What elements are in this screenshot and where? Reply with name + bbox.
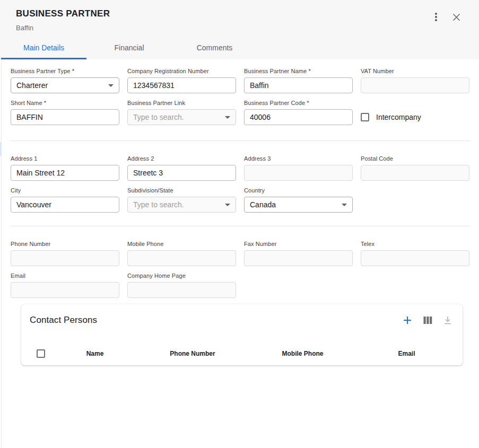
postal-code-input[interactable] bbox=[361, 165, 469, 181]
vat-number-input[interactable] bbox=[361, 77, 469, 93]
field-label: VAT Number bbox=[361, 68, 469, 75]
column-header-mobile-phone: Mobile Phone bbox=[246, 350, 359, 357]
field-business-partner-code: Business Partner Code * bbox=[244, 100, 353, 125]
add-contact-icon[interactable] bbox=[402, 315, 413, 326]
business-partner-link-select[interactable]: Type to search. bbox=[127, 109, 236, 125]
field-telex: Telex bbox=[361, 241, 469, 266]
section-divider bbox=[11, 226, 471, 226]
placeholder-text: Type to search. bbox=[133, 200, 184, 209]
contact-persons-table-header: Name Phone Number Mobile Phone Email bbox=[21, 349, 463, 358]
main-details-panel: Business Partner Type * Charterer Compan… bbox=[0, 59, 479, 365]
field-label: Address 3 bbox=[244, 155, 353, 162]
chevron-down-icon bbox=[108, 84, 114, 87]
field-label: Address 2 bbox=[127, 155, 236, 162]
tab-bar: Main Details Financial Comments bbox=[1, 37, 257, 59]
field-label: Business Partner Type * bbox=[11, 68, 119, 75]
chevron-down-icon bbox=[225, 116, 230, 119]
business-partner-name-input[interactable] bbox=[244, 77, 353, 93]
city-input[interactable] bbox=[11, 197, 119, 213]
subdivision-state-select[interactable]: Type to search. bbox=[127, 197, 236, 213]
company-home-page-input[interactable] bbox=[127, 282, 236, 298]
company-registration-number-input[interactable] bbox=[127, 77, 236, 93]
field-label: City bbox=[11, 187, 119, 194]
field-label: Business Partner Name * bbox=[244, 68, 353, 75]
field-label: Postal Code bbox=[361, 155, 469, 162]
field-label: Short Name * bbox=[11, 100, 119, 107]
placeholder-text: Type to search. bbox=[133, 113, 184, 121]
column-header-email: Email bbox=[359, 350, 454, 357]
business-partner-type-select[interactable]: Charterer bbox=[11, 77, 119, 93]
email-input[interactable] bbox=[11, 282, 119, 298]
field-country: Country Canada bbox=[244, 187, 353, 213]
dialog-title: BUSINESS PARTNER bbox=[16, 8, 110, 19]
field-address-1: Address 1 bbox=[11, 155, 119, 181]
field-fax-number: Fax Number bbox=[244, 241, 353, 266]
field-label: Company Registration Number bbox=[127, 68, 236, 75]
field-address-2: Address 2 bbox=[127, 155, 236, 181]
field-short-name: Short Name * bbox=[11, 100, 119, 125]
field-label: Email bbox=[11, 273, 119, 279]
field-subdivision-state: Subdivision/State Type to search. bbox=[127, 187, 236, 213]
column-header-phone-number: Phone Number bbox=[139, 350, 246, 357]
field-city: City bbox=[11, 187, 119, 213]
telex-input[interactable] bbox=[361, 250, 469, 266]
tab-financial[interactable]: Financial bbox=[86, 37, 172, 59]
field-business-partner-link: Business Partner Link Type to search. bbox=[127, 100, 236, 125]
field-email: Email bbox=[11, 273, 119, 298]
address-1-input[interactable] bbox=[11, 165, 119, 181]
short-name-input[interactable] bbox=[11, 109, 119, 125]
intercompany-label: Intercompany bbox=[376, 113, 421, 121]
download-icon[interactable] bbox=[442, 315, 453, 326]
field-label: Phone Number bbox=[11, 241, 119, 248]
address-3-input[interactable] bbox=[244, 165, 353, 181]
field-label: Business Partner Link bbox=[127, 100, 236, 107]
intercompany-checkbox[interactable] bbox=[361, 113, 369, 121]
selected-value: Canada bbox=[250, 200, 276, 209]
kebab-menu-icon[interactable] bbox=[431, 11, 441, 23]
tab-main-details[interactable]: Main Details bbox=[1, 37, 86, 59]
close-icon[interactable] bbox=[450, 11, 462, 23]
chevron-down-icon bbox=[225, 204, 230, 206]
field-company-registration-number: Company Registration Number bbox=[127, 68, 236, 93]
dialog-header: BUSINESS PARTNER Baffin Main Details Fin… bbox=[0, 0, 479, 59]
field-intercompany: Intercompany bbox=[361, 100, 469, 125]
field-label: Fax Number bbox=[244, 241, 353, 248]
tab-comments[interactable]: Comments bbox=[172, 37, 257, 59]
field-mobile-phone: Mobile Phone bbox=[127, 241, 236, 266]
mobile-phone-input[interactable] bbox=[127, 250, 236, 266]
country-select[interactable]: Canada bbox=[244, 197, 353, 213]
field-address-3: Address 3 bbox=[244, 155, 353, 181]
dialog-subtitle: Baffin bbox=[16, 24, 33, 32]
columns-icon[interactable] bbox=[422, 315, 433, 326]
field-label: Mobile Phone bbox=[127, 241, 236, 248]
field-vat-number: VAT Number bbox=[361, 68, 469, 93]
field-postal-code: Postal Code bbox=[361, 155, 469, 181]
field-business-partner-type: Business Partner Type * Charterer bbox=[11, 68, 119, 93]
field-label: Business Partner Code * bbox=[244, 100, 353, 107]
field-label: Country bbox=[244, 187, 353, 194]
contact-persons-title: Contact Persons bbox=[30, 315, 97, 326]
field-label: Address 1 bbox=[11, 155, 119, 162]
address-2-input[interactable] bbox=[127, 165, 236, 181]
column-header-name: Name bbox=[51, 350, 139, 357]
contact-persons-card: Contact Persons bbox=[21, 304, 463, 365]
field-phone-number: Phone Number bbox=[11, 241, 119, 266]
field-label: Subdivision/State bbox=[127, 187, 236, 194]
selected-value: Charterer bbox=[16, 81, 48, 90]
section-divider bbox=[11, 140, 471, 141]
field-label: Telex bbox=[361, 241, 469, 248]
field-company-home-page: Company Home Page bbox=[127, 273, 236, 298]
business-partner-code-input[interactable] bbox=[244, 109, 353, 125]
phone-number-input[interactable] bbox=[11, 250, 119, 266]
fax-number-input[interactable] bbox=[244, 250, 353, 266]
field-label: Company Home Page bbox=[127, 273, 236, 279]
field-business-partner-name: Business Partner Name * bbox=[244, 68, 353, 93]
select-all-checkbox[interactable] bbox=[37, 349, 45, 358]
chevron-down-icon bbox=[342, 204, 347, 206]
